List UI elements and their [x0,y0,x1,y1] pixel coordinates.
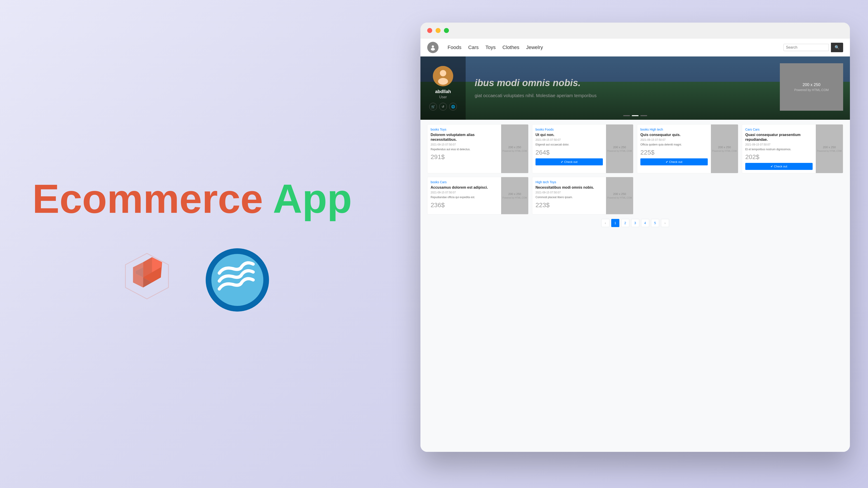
product-name: Accusamus dolorem est adipisci. [431,185,498,190]
checkout-button-1[interactable]: ✔ Check out [535,158,603,165]
hero-globe-icon[interactable]: 🌐 [449,103,457,110]
product-desc: Et et temporibus nostrum dignissimos. [745,148,813,151]
app-title: Ecommerce App [32,176,352,221]
product-image-4: 200 x 250 Powered by HTML.COM [501,177,528,214]
product-price: 223$ [535,201,603,209]
product-name: Necessitatibus modi omnis nobis. [535,185,603,190]
nav-links: Foods Cars Toys Clothes Jewelry [447,44,774,51]
product-desc: Repudiandae officia qui expedita est. [431,195,498,199]
product-image-credit: Powered by HTML.COM [502,150,527,152]
product-image-3: 200 x 250 Powered by HTML.COM [816,125,843,173]
checkout-button-2[interactable]: ✔ Check out [640,158,708,165]
search-button[interactable]: 🔍 [831,43,843,52]
indicator-1[interactable] [623,115,630,116]
product-info-2: books High tech Quis consequatur quis. 2… [637,125,711,173]
pagination-page-1[interactable]: 1 [611,219,619,227]
product-category: books Toys [431,128,498,131]
product-desc: Eligendi aut occaecati dolor. [535,143,603,147]
product-card: books High tech Quis consequatur quis. 2… [637,124,738,173]
product-image-credit: Powered by HTML.COM [817,150,842,152]
product-desc: Commodi placeat libero ipsam. [535,195,603,199]
hero-profile: abdllah User 🛒 ↺ 🌐 [421,57,466,120]
product-info-4: books Cars Accusamus dolorem est adipisc… [428,177,501,214]
product-name: Quis consequatur quis. [640,133,708,137]
product-category: Cars Cars [745,128,813,131]
product-card: books Cars Accusamus dolorem est adipisc… [427,177,528,215]
tech-logos [115,248,269,312]
svg-point-4 [431,48,435,51]
pagination-page-2[interactable]: 2 [621,219,629,227]
checkout-button-3[interactable]: ✔ Check out [745,163,813,170]
product-date: 2021-09-15 07:50:07 [431,143,498,146]
product-date: 2021-09-15 07:50:07 [535,191,603,194]
product-info-5: High tech Toys Necessitatibus modi omnis… [532,177,606,214]
left-branding-section: Ecommerce App [0,0,384,488]
product-image-2: 200 x 250 Powered by HTML.COM [711,125,738,173]
hero-cart-icon[interactable]: 🛒 [429,103,437,110]
svg-point-7 [438,78,448,85]
hero-action-icons: 🛒 ↺ 🌐 [429,103,457,110]
product-image-size: 200 x 250 [508,145,521,149]
hero-image-credit: Powered by HTML.COM [794,88,829,92]
product-price: 202$ [745,153,813,161]
pagination-next[interactable]: › [661,219,669,227]
browser-mockup: Foods Cars Toys Clothes Jewelry 🔍 [421,23,850,452]
product-card: books Foods Ut qui non. 2021-09-15 07:50… [532,124,633,173]
product-card: High tech Toys Necessitatibus modi omnis… [532,177,633,215]
product-info-3: Cars Cars Quasi consequatur praesentium … [742,125,816,173]
laravel-logo [115,248,179,312]
product-category: High tech Toys [535,180,603,184]
product-image-size: 200 x 250 [718,145,731,149]
product-category: books Cars [431,180,498,184]
indicator-2[interactable] [632,115,639,116]
product-image-size: 200 x 250 [613,192,626,196]
pagination-prev[interactable]: ‹ [601,219,610,227]
nav-clothes[interactable]: Clothes [502,44,520,51]
title-ecommerce: Ecommerce [32,176,263,221]
svg-point-3 [432,45,434,48]
product-image-1: 200 x 250 Powered by HTML.COM [606,125,633,173]
hero-text-area: ibus modi omnis nobis. giat occaecati vo… [466,70,771,106]
product-image-credit: Powered by HTML.COM [608,150,632,152]
product-image-size: 200 x 250 [823,145,836,149]
hero-image-size: 200 x 250 [802,83,820,87]
title-app: App [273,176,352,221]
hero-refresh-icon[interactable]: ↺ [439,103,447,110]
product-date: 2021-09-15 07:50:07 [535,138,603,141]
browser-mockup-container: Foods Cars Toys Clothes Jewelry 🔍 [421,23,850,452]
product-price: 264$ [535,149,603,156]
browser-maximize-dot[interactable] [444,28,449,33]
product-image-0: 200 x 250 Powered by HTML.COM [501,125,528,173]
product-image-size: 200 x 250 [613,145,626,149]
hero-role: User [439,95,447,99]
products-grid: books Toys Dolorem voluptatem alias nece… [427,124,843,215]
svg-point-6 [440,70,446,76]
product-image-size: 200 x 250 [508,192,521,196]
product-image-credit: Powered by HTML.COM [502,197,527,199]
product-price: 291$ [431,153,498,161]
nav-jewelry[interactable]: Jewelry [526,44,543,51]
search-input[interactable] [783,44,829,51]
product-image-credit: Powered by HTML.COM [712,150,737,152]
pagination-page-4[interactable]: 4 [641,219,649,227]
product-desc: Officia quidem quia deleniti magni. [640,143,708,147]
browser-minimize-dot[interactable] [436,28,440,33]
nav-foods[interactable]: Foods [447,44,461,51]
hero-subtitle: giat occaecati voluptates nihil. Molesti… [475,92,762,99]
product-card: books Toys Dolorem voluptatem alias nece… [427,124,528,173]
nav-toys[interactable]: Toys [486,44,496,51]
nav-cars[interactable]: Cars [468,44,478,51]
product-price: 236$ [431,201,498,209]
products-section: books Toys Dolorem voluptatem alias nece… [421,120,850,236]
product-date: 2021-09-15 07:50:07 [431,191,498,194]
indicator-3[interactable] [640,115,647,116]
hero-indicators [623,115,647,116]
pagination-page-5[interactable]: 5 [651,219,659,227]
product-info-1: books Foods Ut qui non. 2021-09-15 07:50… [532,125,606,173]
user-icon[interactable] [427,42,438,53]
pagination-page-3[interactable]: 3 [631,219,639,227]
jquery-logo [206,248,269,312]
product-category: books High tech [640,128,708,131]
product-date: 2021-09-15 07:50:07 [745,143,813,146]
browser-close-dot[interactable] [427,28,432,33]
